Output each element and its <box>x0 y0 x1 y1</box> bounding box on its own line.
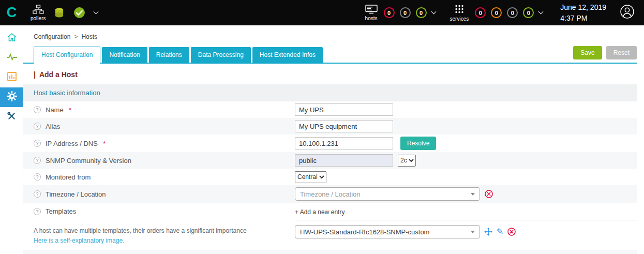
gear-icon <box>6 91 18 104</box>
tab-data-processing[interactable]: Data Processing <box>191 47 251 63</box>
ip-address-label: IP Address / DNS <box>46 140 98 147</box>
chevron-down-icon[interactable] <box>94 9 99 14</box>
help-icon[interactable]: ? <box>34 123 41 130</box>
tab-notification[interactable]: Notification <box>102 47 147 63</box>
tab-bar: Host Configuration Notification Relation… <box>23 46 637 64</box>
help-icon[interactable]: ? <box>34 106 41 113</box>
form-row-templates: ? Templates A host can have multiple tem… <box>23 203 637 250</box>
centreon-logo[interactable] <box>0 0 23 25</box>
services-menu[interactable]: services <box>450 4 469 22</box>
timezone-label: Timezone / Location <box>46 190 106 198</box>
form-row-ip-address: ? IP Address / DNS * Resolve <box>23 135 637 152</box>
hosts-icon <box>365 5 378 14</box>
services-label: services <box>450 16 469 22</box>
breadcrumb: Configuration > Hosts <box>23 25 637 46</box>
alias-label: Alias <box>46 123 60 130</box>
title-text: Add a Host <box>39 70 78 79</box>
template-selected-value: HW-UPS-Standard-Rfc1628-SNMP-custom <box>300 228 429 236</box>
sidebar <box>0 25 23 254</box>
ip-address-input[interactable] <box>295 137 393 150</box>
help-icon[interactable]: ? <box>34 157 41 164</box>
time-text: 4:37 PM <box>560 13 606 23</box>
sidebar-item-monitoring[interactable] <box>0 48 23 68</box>
date-text: June 12, 2019 <box>560 2 606 12</box>
breadcrumb-hosts[interactable]: Hosts <box>81 33 97 40</box>
reset-button[interactable]: Reset <box>606 46 637 59</box>
chevron-down-icon[interactable] <box>538 9 544 14</box>
topbar: pollers hosts 0 0 0 <box>0 0 644 25</box>
form-row-monitored-from: ? Monitored from Central <box>23 169 637 185</box>
form-actions: Save Reset <box>573 46 637 63</box>
section-host-basic-information: Host basic information <box>23 84 637 101</box>
breadcrumb-separator: > <box>74 33 78 40</box>
user-menu-icon[interactable] <box>620 4 635 21</box>
form-row-snmp: ? SNMP Community & Version 2c <box>23 152 637 169</box>
services-ok-counter[interactable]: 0 <box>523 7 534 18</box>
tab-relations[interactable]: Relations <box>149 47 189 63</box>
form-row-alias: ? Alias <box>23 118 637 135</box>
templates-label: Templates <box>46 207 76 215</box>
templates-note-text: A host can have multiple templates, thei… <box>34 226 247 236</box>
snmp-version-select[interactable]: 2c <box>398 155 416 167</box>
datetime: June 12, 2019 4:37 PM <box>560 2 606 23</box>
hosts-down-counter[interactable]: 0 <box>384 7 395 18</box>
sidebar-item-home[interactable] <box>0 28 23 48</box>
help-icon[interactable]: ? <box>34 190 41 198</box>
form-row-timezone: ? Timezone / Location Timezone / Locatio… <box>23 185 637 203</box>
resolve-button[interactable]: Resolve <box>400 137 436 150</box>
services-critical-counter[interactable]: 0 <box>475 7 486 18</box>
templates-note: A host can have multiple templates, thei… <box>34 226 247 245</box>
sidebar-item-reporting[interactable] <box>0 68 23 87</box>
poller-status-ok-icon[interactable] <box>73 6 86 19</box>
template-select[interactable]: HW-UPS-Standard-Rfc1628-SNMP-custom <box>295 225 480 238</box>
sidebar-item-administration[interactable] <box>0 107 23 127</box>
template-entry-row: HW-UPS-Standard-Rfc1628-SNMP-custom <box>295 225 637 238</box>
page-title: | Add a Host <box>34 70 637 79</box>
tab-host-configuration[interactable]: Host Configuration <box>34 47 100 64</box>
clear-timezone-icon[interactable] <box>485 190 493 198</box>
tools-icon <box>7 111 17 123</box>
help-icon[interactable]: ? <box>34 173 41 181</box>
sidebar-item-configuration[interactable] <box>0 87 23 107</box>
required-marker: * <box>103 140 106 147</box>
templates-note-link[interactable]: Here is a self-explanatory image. <box>34 236 247 246</box>
hosts-menu[interactable]: hosts <box>365 5 378 21</box>
heartbeat-icon <box>6 53 18 63</box>
delete-template-icon[interactable] <box>507 228 516 236</box>
topbar-left: pollers <box>31 5 98 21</box>
hosts-counters: 0 0 0 <box>384 7 436 18</box>
chevron-down-icon[interactable] <box>431 9 436 14</box>
services-icon <box>454 4 465 14</box>
edit-template-icon[interactable] <box>497 228 503 236</box>
save-button[interactable]: Save <box>573 46 602 59</box>
timezone-placeholder: Timezone / Location <box>300 190 361 198</box>
services-unknown-counter[interactable]: 0 <box>507 7 518 18</box>
add-template-entry-link[interactable]: + Add a new entry <box>295 207 637 220</box>
pollers-menu[interactable]: pollers <box>31 5 46 21</box>
monitored-from-select[interactable]: Central <box>295 171 326 183</box>
topbar-right: hosts 0 0 0 services 0 0 0 0 <box>365 2 644 23</box>
breadcrumb-configuration[interactable]: Configuration <box>34 33 70 40</box>
help-icon[interactable]: ? <box>34 140 41 147</box>
services-counters: 0 0 0 0 <box>475 7 543 18</box>
help-icon[interactable]: ? <box>34 208 41 215</box>
dropdown-arrow-icon <box>471 231 475 233</box>
chart-icon <box>7 71 17 84</box>
required-marker: * <box>69 106 71 114</box>
tab-host-extended-infos[interactable]: Host Extended Infos <box>252 47 323 63</box>
dropdown-arrow-icon <box>471 193 475 196</box>
title-bar-glyph: | <box>34 70 36 79</box>
move-template-icon[interactable] <box>484 228 492 236</box>
home-icon <box>7 32 17 44</box>
name-input[interactable] <box>295 103 393 116</box>
timezone-select[interactable]: Timezone / Location <box>295 187 480 201</box>
snmp-community-input[interactable] <box>295 154 393 167</box>
services-warning-counter[interactable]: 0 <box>491 7 502 18</box>
monitored-from-label: Monitored from <box>46 173 91 181</box>
database-status-icon[interactable] <box>54 7 65 19</box>
alias-input[interactable] <box>295 120 393 132</box>
form-row-name: ? Name * <box>23 101 637 118</box>
pollers-label: pollers <box>31 16 46 21</box>
hosts-up-counter[interactable]: 0 <box>416 7 427 18</box>
hosts-unreachable-counter[interactable]: 0 <box>400 7 411 18</box>
